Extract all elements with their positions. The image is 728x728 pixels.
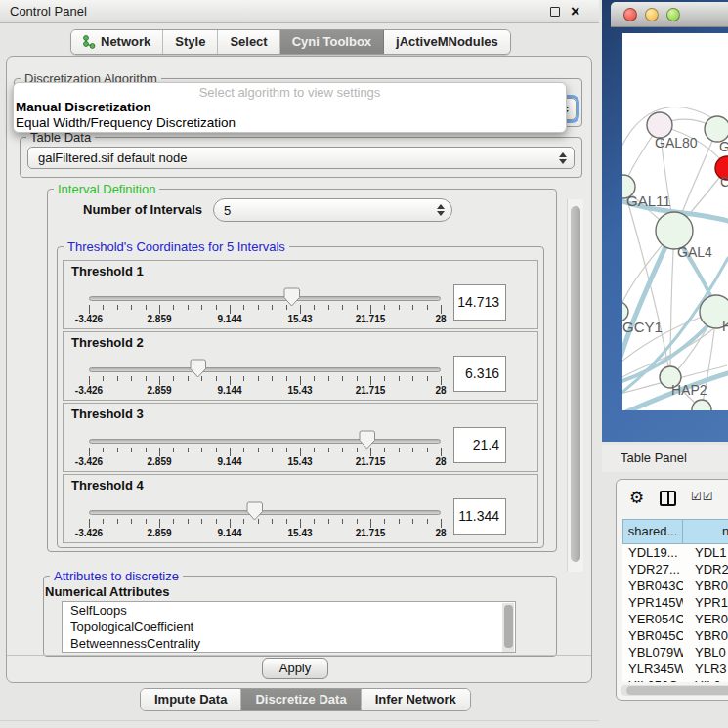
tick-mark (89, 448, 90, 456)
slider-handle[interactable] (283, 287, 300, 307)
settings-scrollbar[interactable] (567, 199, 583, 572)
select-checkboxes-icon[interactable]: ☑☑ (691, 490, 714, 503)
table-row[interactable]: YDL19...YDL1 (622, 544, 728, 561)
network-canvas[interactable]: GAL80 GA C GAL11 GAL4 GCY1 H HAP2 (622, 33, 728, 410)
table-hscrollbar-thumb[interactable] (626, 686, 728, 695)
slider-handle[interactable] (359, 430, 375, 450)
tick-mark (357, 305, 358, 310)
threshold-label: Threshold 1 (71, 264, 144, 278)
tick-mark (370, 376, 371, 385)
list-item[interactable]: BetweennessCentrality (63, 635, 515, 652)
tick-mark (342, 519, 343, 524)
table-cell[interactable]: YBL0 (683, 644, 728, 661)
table-row[interactable]: YLR345WYLR3 (622, 661, 728, 677)
table-cell[interactable]: YBL079W (622, 644, 683, 661)
column-header-name[interactable]: n... (683, 519, 728, 544)
threshold-value-field[interactable]: 11.344 (453, 498, 506, 535)
gear-icon[interactable]: ⚙ (629, 488, 644, 508)
tab-network[interactable]: Network (71, 30, 163, 54)
tick-mark (201, 519, 202, 524)
tab-label: Select (230, 30, 267, 54)
slider-track[interactable] (89, 439, 441, 444)
close-traffic-light-icon[interactable] (623, 8, 637, 21)
tab-style[interactable]: Style (163, 30, 218, 54)
columns-icon[interactable] (660, 491, 676, 506)
column-header-shared[interactable]: shared... (622, 519, 683, 544)
node-label-gal4: GAL4 (677, 244, 712, 260)
table-hscrollbar[interactable] (621, 685, 728, 696)
table-row[interactable]: YPR145WYPR1 (622, 594, 728, 611)
threshold-value-field[interactable]: 14.713 (453, 284, 506, 321)
node-cut-bottom[interactable] (692, 400, 711, 410)
tick-mark (216, 519, 217, 524)
table-cell[interactable]: YPR1 (683, 594, 728, 611)
node-label-cut-ga: GA (719, 139, 728, 154)
tab-select[interactable]: Select (218, 30, 279, 54)
tick-mark (272, 448, 273, 452)
table-cell[interactable]: YDR27... (622, 561, 683, 578)
table-cell[interactable]: YBR043C (622, 578, 683, 594)
table-cell[interactable]: YBR0 (683, 627, 728, 644)
node-label-cut-c: C (720, 174, 728, 190)
slider-track[interactable] (89, 296, 441, 301)
tick-mark (314, 519, 315, 524)
table-cell[interactable]: YLR3 (683, 661, 728, 677)
table-cell[interactable]: YLR345W (622, 661, 683, 677)
table-cell[interactable]: YPR145W (622, 594, 683, 611)
list-item[interactable]: TopologicalCoefficient (63, 619, 515, 635)
table-cell[interactable]: YDL19... (622, 544, 683, 561)
table-cell[interactable]: YIL052C (622, 677, 683, 682)
node-label-gcy1: GCY1 (622, 319, 663, 335)
tick-mark (159, 376, 160, 385)
dropdown-item-manual-discretization[interactable]: Manual Discretization (16, 100, 151, 114)
table-row[interactable]: YBR043CYBR0 (622, 578, 728, 594)
attributes-scrollbar[interactable] (502, 603, 514, 653)
slider-ticks (89, 448, 441, 456)
network-window-titlebar[interactable] (611, 2, 728, 27)
float-window-icon[interactable] (550, 7, 560, 17)
table-cell[interactable]: YBR0 (683, 578, 728, 594)
num-intervals-combobox[interactable]: 5 (213, 198, 452, 222)
table-cell[interactable]: YDR2 (683, 561, 728, 578)
table-row[interactable]: YBR045CYBR0 (622, 627, 728, 644)
threshold-label: Threshold 4 (71, 478, 144, 492)
threshold-row: Threshold 3 -3.4262.8599.14415.4321.7152… (63, 403, 538, 472)
tab-infer-network[interactable]: Infer Network (362, 689, 470, 710)
tick-mark (103, 305, 104, 310)
tab-discretize-data[interactable]: Discretize Data (241, 689, 361, 710)
slider-track[interactable] (89, 510, 441, 515)
tab-cyni-toolbox[interactable]: Cyni Toolbox (280, 30, 384, 54)
dropdown-item-equal-width-frequency[interactable]: Equal Width/Frequency Discretization (16, 115, 236, 130)
slider-handle[interactable] (246, 501, 263, 521)
slider-handle[interactable] (190, 359, 206, 378)
table-cell[interactable]: YBR045C (622, 627, 683, 644)
table-data-combobox[interactable]: galFiltered.sif default node (27, 147, 575, 169)
tick-mark (328, 519, 329, 524)
group-label: Attributes to discretize (50, 569, 183, 583)
tab-impute-data[interactable]: Impute Data (141, 689, 241, 710)
table-cell[interactable]: YER054C (622, 611, 683, 627)
zoom-traffic-light-icon[interactable] (666, 8, 680, 21)
table-cell[interactable]: YIL0 (683, 677, 728, 682)
table-row[interactable]: YDR27...YDR2 (622, 561, 728, 578)
tick-mark (300, 448, 301, 456)
settings-scrollbar-thumb[interactable] (571, 206, 580, 562)
threshold-value-field[interactable]: 21.4 (453, 427, 506, 463)
apply-button[interactable]: Apply (262, 658, 328, 679)
slider-track[interactable] (89, 367, 441, 372)
table-row[interactable]: YIL052CYIL0 (622, 677, 728, 682)
list-item[interactable]: SelfLoops (63, 602, 515, 619)
table-cell[interactable]: YER0 (683, 611, 728, 627)
attributes-scrollbar-thumb[interactable] (504, 605, 513, 648)
threshold-value-field[interactable]: 6.316 (453, 356, 506, 392)
axis-tick-label: 28 (435, 528, 446, 538)
tab-jactivemnodules[interactable]: jActiveMNodules (384, 30, 510, 54)
axis-tick-label: 21.715 (356, 528, 386, 538)
tick-mark (427, 448, 428, 452)
table-row[interactable]: YER054CYER0 (622, 611, 728, 627)
close-icon[interactable]: × (571, 0, 579, 22)
tick-mark (314, 305, 315, 310)
minimize-traffic-light-icon[interactable] (645, 8, 659, 21)
table-cell[interactable]: YDL1 (683, 544, 728, 561)
table-row[interactable]: YBL079WYBL0 (622, 644, 728, 661)
